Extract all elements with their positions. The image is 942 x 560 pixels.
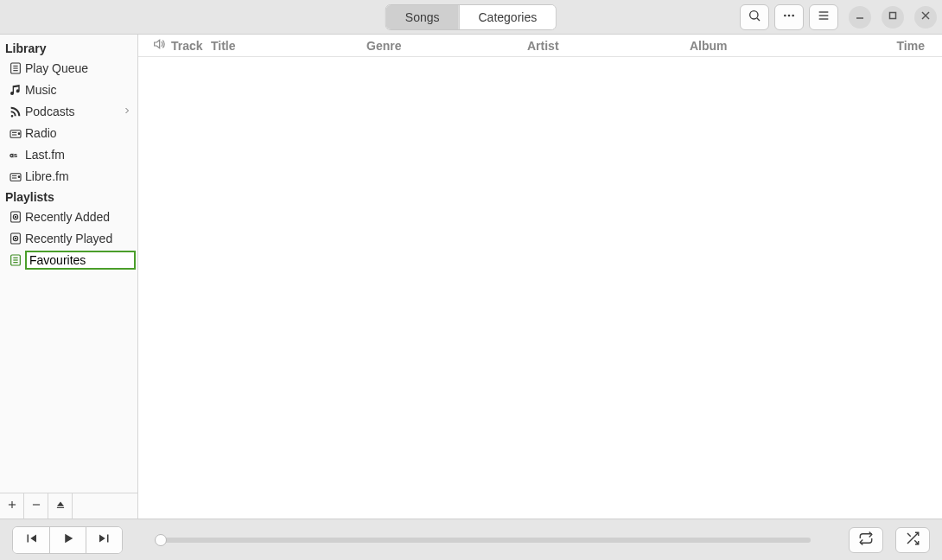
sidebar-item-radio[interactable]: Radio bbox=[0, 122, 137, 143]
categories-tab[interactable]: Categories bbox=[459, 5, 557, 29]
sidebar-item-label: Libre.fm bbox=[25, 169, 69, 183]
svg-point-2 bbox=[784, 15, 786, 17]
content-area: Track Title Genre Artist Album Time bbox=[138, 35, 942, 519]
header-right bbox=[740, 4, 937, 30]
sidebar-item-play-queue[interactable]: Play Queue bbox=[0, 57, 137, 79]
auto-playlist-icon bbox=[9, 232, 22, 245]
eject-icon bbox=[54, 499, 67, 513]
sidebar-item-music[interactable]: Music bbox=[0, 79, 137, 100]
close-icon bbox=[920, 10, 931, 23]
column-track[interactable]: Track bbox=[171, 39, 211, 53]
sidebar-item-label: Recently Added bbox=[25, 210, 110, 224]
svg-point-4 bbox=[792, 15, 794, 17]
previous-button[interactable] bbox=[13, 527, 49, 553]
view-switcher: Songs Categories bbox=[385, 4, 557, 30]
seek-thumb[interactable] bbox=[155, 534, 167, 546]
sidebar-item-new-playlist[interactable] bbox=[0, 249, 137, 270]
sidebar: Library Play Queue Music Podcasts bbox=[0, 35, 138, 519]
chevron-right-icon bbox=[122, 105, 132, 118]
repeat-button[interactable] bbox=[849, 527, 883, 553]
repeat-icon bbox=[858, 531, 874, 549]
library-header: Library bbox=[0, 38, 137, 57]
column-genre[interactable]: Genre bbox=[366, 39, 527, 53]
sidebar-item-recently-added[interactable]: Recently Added bbox=[0, 206, 137, 227]
sidebar-item-librefm[interactable]: Libre.fm bbox=[0, 165, 137, 187]
menu-button[interactable] bbox=[809, 4, 838, 30]
skip-forward-icon bbox=[97, 531, 112, 549]
music-icon bbox=[9, 83, 22, 97]
minimize-icon bbox=[855, 10, 865, 23]
speaker-icon bbox=[152, 37, 166, 54]
main-area: Library Play Queue Music Podcasts bbox=[0, 35, 942, 519]
lastfm-icon: ɑs bbox=[9, 148, 22, 162]
playlist-icon bbox=[9, 253, 22, 267]
minimize-button[interactable] bbox=[849, 6, 871, 29]
svg-point-24 bbox=[18, 175, 20, 177]
sidebar-item-label: Music bbox=[25, 83, 57, 97]
hamburger-icon bbox=[817, 9, 831, 25]
sidebar-item-recently-played[interactable]: Recently Played bbox=[0, 227, 137, 249]
header-bar: Songs Categories bbox=[0, 0, 942, 35]
sidebar-item-label: Last.fm bbox=[25, 148, 65, 162]
close-button[interactable] bbox=[914, 6, 937, 29]
column-now-playing[interactable] bbox=[147, 37, 171, 54]
seek-slider[interactable] bbox=[161, 538, 811, 543]
track-columns: Track Title Genre Artist Album Time bbox=[138, 35, 942, 57]
svg-rect-9 bbox=[890, 13, 896, 19]
more-icon bbox=[782, 9, 796, 25]
sidebar-item-label: Play Queue bbox=[25, 61, 88, 75]
sidebar-item-label: Radio bbox=[25, 126, 57, 140]
column-title[interactable]: Title bbox=[211, 39, 366, 53]
sidebar-item-label: Recently Played bbox=[25, 232, 112, 245]
column-artist[interactable]: Artist bbox=[527, 39, 690, 53]
radio-icon bbox=[9, 126, 22, 140]
search-button[interactable] bbox=[740, 4, 769, 30]
eject-button[interactable] bbox=[48, 493, 73, 519]
svg-point-19 bbox=[18, 132, 20, 134]
sidebar-item-lastfm[interactable]: ɑs Last.fm bbox=[0, 143, 137, 165]
playlist-name-input[interactable] bbox=[25, 251, 136, 270]
search-icon bbox=[748, 9, 761, 25]
svg-point-3 bbox=[788, 15, 791, 17]
svg-point-27 bbox=[15, 216, 16, 217]
sidebar-item-label: Podcasts bbox=[25, 105, 75, 118]
svg-text:ɑs: ɑs bbox=[10, 151, 18, 159]
player-bar bbox=[0, 519, 942, 560]
maximize-button[interactable] bbox=[882, 6, 904, 29]
svg-point-0 bbox=[750, 11, 758, 19]
playlists-header: Playlists bbox=[0, 187, 137, 206]
sidebar-item-podcasts[interactable]: Podcasts bbox=[0, 100, 137, 122]
add-playlist-button[interactable] bbox=[0, 493, 24, 519]
next-button[interactable] bbox=[86, 527, 122, 553]
minus-icon bbox=[30, 499, 42, 513]
shuffle-button[interactable] bbox=[895, 527, 930, 553]
sidebar-list: Library Play Queue Music Podcasts bbox=[0, 35, 137, 493]
empty-track-list bbox=[138, 57, 942, 519]
playback-controls bbox=[12, 526, 123, 554]
rss-icon bbox=[9, 105, 22, 118]
plus-icon bbox=[6, 499, 18, 513]
sidebar-toolbar bbox=[0, 493, 137, 519]
skip-back-icon bbox=[23, 531, 39, 549]
auto-playlist-icon bbox=[9, 210, 22, 224]
playlist-icon bbox=[9, 61, 22, 75]
songs-tab[interactable]: Songs bbox=[386, 5, 459, 29]
segmented-control: Songs Categories bbox=[385, 4, 557, 30]
shuffle-icon bbox=[905, 531, 920, 549]
play-button[interactable] bbox=[49, 527, 86, 553]
column-time[interactable]: Time bbox=[897, 39, 925, 53]
maximize-icon bbox=[888, 10, 898, 23]
more-button[interactable] bbox=[774, 4, 804, 30]
play-icon bbox=[60, 531, 76, 549]
librefm-icon bbox=[9, 169, 22, 183]
svg-line-1 bbox=[757, 18, 760, 21]
remove-playlist-button[interactable] bbox=[24, 493, 48, 519]
column-album[interactable]: Album bbox=[690, 39, 897, 53]
svg-point-30 bbox=[15, 238, 16, 239]
